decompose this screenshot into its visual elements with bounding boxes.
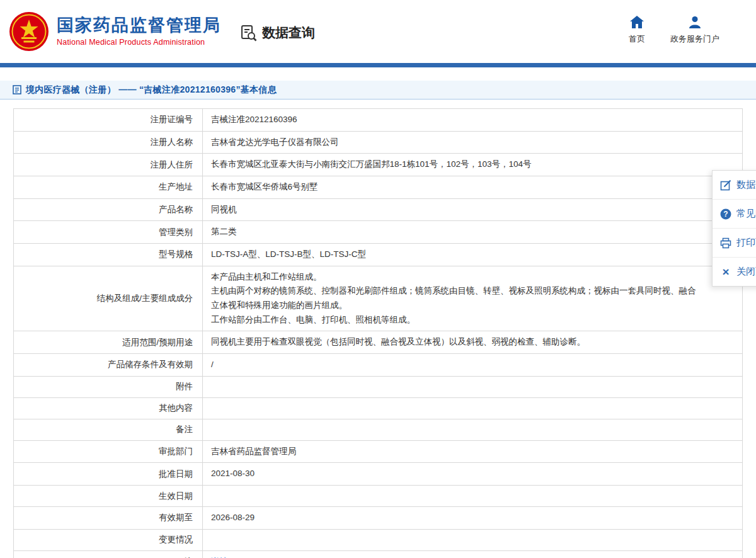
- row-value: [203, 486, 743, 507]
- nav-item-service-portal[interactable]: 政务服务门户: [670, 16, 719, 45]
- data-query-icon: [240, 25, 257, 42]
- data-query-section: 数据查询: [240, 24, 315, 42]
- table-row: 备注: [14, 419, 743, 440]
- row-label: 备注: [14, 419, 203, 440]
- site-header: 国家药品监督管理局 National Medical Products Admi…: [0, 0, 756, 63]
- registration-table: 注册证编号吉械注准20212160396注册人名称吉林省龙达光学电子仪器有限公司…: [13, 108, 743, 558]
- row-label: ●注: [14, 550, 203, 558]
- panel-item-print[interactable]: 打印页: [713, 229, 756, 258]
- row-value: [203, 419, 743, 440]
- org-name-en: National Medical Products Administration: [57, 38, 221, 47]
- table-row: 管理类别第二类: [14, 221, 743, 244]
- row-label: 注册证编号: [14, 109, 203, 132]
- brand-text: 国家药品监督管理局 National Medical Products Admi…: [57, 16, 221, 47]
- row-value: 本产品由主机和工作站组成。 主机由两个对称的镜筒系统、控制器和光刷部件组成；镜筒…: [203, 266, 743, 331]
- table-row: 有效期至2026-08-29: [14, 507, 743, 530]
- edit-icon: [720, 179, 731, 191]
- panel-item-faq[interactable]: ? 常见问: [713, 200, 756, 229]
- row-label: 审批部门: [14, 440, 203, 463]
- question-icon: ?: [720, 208, 731, 220]
- nav-label-service-portal: 政务服务门户: [670, 33, 719, 45]
- panel-item-label: 打印页: [736, 237, 756, 249]
- row-value: 长春市宽城区北亚泰大街与小南街交汇万盛国邦18-1栋101号，102号，103号…: [203, 154, 743, 176]
- user-icon: [689, 16, 701, 28]
- row-value: 吉林省药品监督管理局: [203, 440, 743, 463]
- row-label: 附件: [14, 376, 203, 397]
- row-value: 2021-08-30: [203, 463, 743, 486]
- nav-item-home[interactable]: 首页: [629, 16, 645, 45]
- close-icon: ×: [720, 266, 731, 278]
- table-row: 注册人名称吉林省龙达光学电子仪器有限公司: [14, 131, 743, 154]
- table-row: 产品名称同视机: [14, 198, 743, 221]
- row-value: [203, 529, 743, 550]
- panel-item-label: 常见问: [736, 208, 756, 220]
- row-value: 第二类: [203, 221, 743, 244]
- table-row: 生产地址长春市宽城区华侨城6号别墅: [14, 176, 743, 199]
- table-row: 注册证编号吉械注准20212160396: [14, 109, 743, 132]
- registration-table-wrap: 注册证编号吉械注准20212160396注册人名称吉林省龙达光学电子仪器有限公司…: [13, 108, 743, 558]
- panel-item-label: 关闭页: [736, 266, 756, 278]
- row-label: 产品名称: [14, 198, 203, 221]
- table-row: 变更情况: [14, 529, 743, 550]
- row-value: 吉械注准20212160396: [203, 109, 743, 132]
- table-row: 型号规格LD-TSJ-A型、LD-TSJ-B型、LD-TSJ-C型: [14, 244, 743, 266]
- table-row: 产品储存条件及有效期/: [14, 354, 743, 377]
- row-label: 适用范围/预期用途: [14, 331, 203, 354]
- table-row: 结构及组成/主要组成成分本产品由主机和工作站组成。 主机由两个对称的镜筒系统、控…: [14, 266, 743, 331]
- row-label: 注册人住所: [14, 154, 203, 176]
- home-icon: [630, 16, 644, 28]
- header-nav: 首页 政务服务门户: [629, 16, 719, 45]
- row-value: LD-TSJ-A型、LD-TSJ-B型、LD-TSJ-C型: [203, 244, 743, 266]
- table-row: ●注详情: [14, 550, 743, 558]
- org-name-cn: 国家药品监督管理局: [57, 16, 221, 35]
- row-label: 注册人名称: [14, 131, 203, 154]
- nav-label-home: 首页: [629, 33, 645, 45]
- row-value: 吉林省龙达光学电子仪器有限公司: [203, 131, 743, 154]
- row-label: 生产地址: [14, 176, 203, 199]
- row-label: 结构及组成/主要组成成分: [14, 266, 203, 331]
- row-label: 型号规格: [14, 244, 203, 266]
- document-icon: [13, 85, 21, 94]
- row-value: [203, 397, 743, 419]
- page-title: 数据查询: [262, 24, 315, 42]
- table-row: 批准日期2021-08-30: [14, 463, 743, 486]
- table-row: 注册人住所长春市宽城区北亚泰大街与小南街交汇万盛国邦18-1栋101号，102号…: [14, 154, 743, 176]
- row-label: 其他内容: [14, 397, 203, 419]
- row-value: 详情: [203, 550, 743, 558]
- row-value: 长春市宽城区华侨城6号别墅: [203, 176, 743, 199]
- table-row: 审批部门吉林省药品监督管理局: [14, 440, 743, 463]
- row-label: 批准日期: [14, 463, 203, 486]
- row-label: 有效期至: [14, 507, 203, 530]
- row-label: 管理类别: [14, 221, 203, 244]
- row-value: /: [203, 354, 743, 377]
- row-value: [203, 376, 743, 397]
- national-emblem-icon: [9, 11, 49, 52]
- brand-logo: 国家药品监督管理局 National Medical Products Admi…: [9, 11, 221, 52]
- table-row: 附件: [14, 376, 743, 397]
- table-row: 其他内容: [14, 397, 743, 419]
- table-row: 生效日期: [14, 486, 743, 507]
- row-label: 生效日期: [14, 486, 203, 507]
- header-divider-band: [0, 63, 756, 67]
- svg-text:?: ?: [723, 210, 728, 219]
- row-value: 同视机: [203, 198, 743, 221]
- registration-table-body: 注册证编号吉械注准20212160396注册人名称吉林省龙达光学电子仪器有限公司…: [14, 109, 743, 558]
- row-label: 产品储存条件及有效期: [14, 354, 203, 377]
- row-value: 2026-08-29: [203, 507, 743, 530]
- breadcrumb: 境内医疗器械（注册） —— “吉械注准20212160396”基本信息: [0, 81, 756, 100]
- breadcrumb-title: 境内医疗器械（注册） —— “吉械注准20212160396”基本信息: [26, 84, 277, 96]
- floating-tools-panel: 数据反 ? 常见问 打印页 × 关闭页: [712, 170, 756, 287]
- table-row: 适用范围/预期用途同视机主要用于检查双眼视觉（包括同时视、融合视及立体视）以及斜…: [14, 331, 743, 354]
- panel-item-close[interactable]: × 关闭页: [713, 258, 756, 286]
- panel-item-feedback[interactable]: 数据反: [713, 171, 756, 200]
- panel-item-label: 数据反: [736, 179, 756, 191]
- printer-icon: [720, 237, 731, 249]
- row-label: 变更情况: [14, 529, 203, 550]
- row-value: 同视机主要用于检查双眼视觉（包括同时视、融合视及立体视）以及斜视、弱视的检查、辅…: [203, 331, 743, 354]
